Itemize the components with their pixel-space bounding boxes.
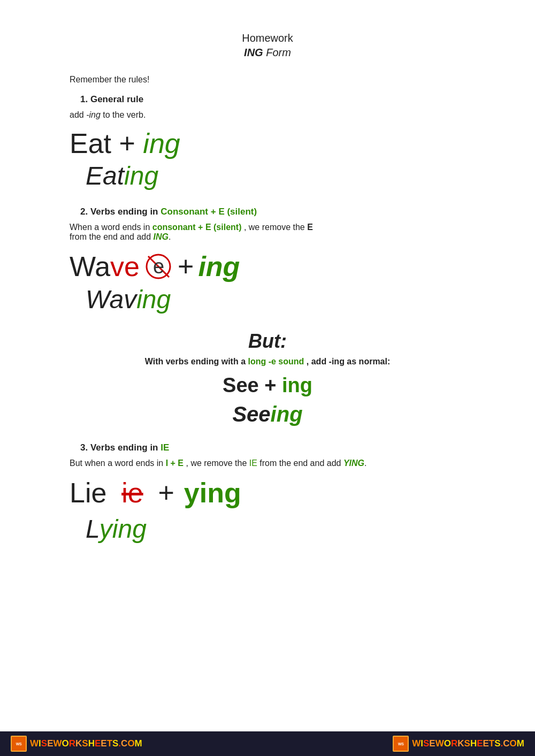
rule-3-dot: . (364, 459, 366, 468)
rule-1-desc-em: -ing (86, 110, 101, 119)
footer-brand-2: WS WISEWORKSHEETS.COM (393, 736, 524, 752)
lying-pre: L (86, 515, 100, 543)
footer-logo-text-2: WS (398, 742, 403, 746)
ft2-c: C (503, 738, 509, 749)
rule-2-desc-end: from the end and add (70, 232, 151, 241)
rule-1-label: General rule (90, 94, 143, 104)
ft1-o: O (62, 738, 69, 749)
ft1-k: K (75, 738, 82, 749)
footer: WS WISEWORKSHEETS.COM WS WISEWORKSHEETS.… (0, 731, 535, 756)
rule-2-result-pre: Wav (86, 285, 136, 314)
rule-1-desc-post: to the verb. (101, 110, 146, 119)
rule-2-label: Verbs ending in (90, 207, 158, 217)
but-title: But: (70, 330, 465, 353)
ft2-e: E (429, 738, 435, 749)
rule-2-desc-E: E (307, 223, 313, 232)
rule-1-result-pre: Eat (86, 162, 124, 190)
rule-1-verb: Eat (70, 128, 111, 159)
rule-3-ie2: IE (249, 459, 257, 468)
ft2-h: H (470, 738, 477, 749)
see-verb: See (223, 374, 259, 396)
see-example: See + ing (70, 374, 465, 397)
rule-2-result-ing: ing (136, 285, 171, 314)
footer-logo-1: WS (11, 736, 27, 752)
rule-2-number: 2. (80, 207, 88, 217)
rule-3-ying: YING (343, 459, 364, 468)
rule-3-number: 3. (80, 442, 88, 453)
ft2-o2: O (510, 738, 517, 749)
rule-1-section: 1. General rule add -ing to the verb. Ea… (70, 94, 465, 190)
rule-2-desc-ING: ING (154, 232, 169, 241)
footer-logo-2: WS (393, 736, 409, 752)
ft1-e: E (47, 738, 53, 749)
rule-2-title: 2. Verbs ending in Consonant + E (silent… (80, 207, 465, 217)
rule-1-number: 1. (80, 94, 88, 104)
rule-2-result: Waving (86, 285, 465, 314)
ft2-e3: E (483, 738, 489, 749)
rule-3-result: Lying (86, 514, 465, 544)
page-subtitle: ING Form (70, 47, 465, 59)
wave-plus: + (178, 250, 194, 282)
ft1-s2: S (82, 738, 88, 749)
but-desc-post: , add -ing as normal: (307, 357, 390, 366)
lie-ie-crossed: ie (116, 477, 148, 509)
seeing-pre: See (232, 402, 270, 426)
remember-text: Remember the rules! (70, 75, 465, 85)
page: Homework ING Form Remember the rules! 1.… (27, 0, 508, 602)
rule-2-example: Wave e + ing (70, 250, 465, 282)
ft1-h: H (88, 738, 95, 749)
ft2-s3: S (494, 738, 500, 749)
rule-2-colored: Consonant + E (silent) (160, 207, 257, 217)
rule-1-result-ing: ing (124, 162, 158, 190)
seeing-ing: ing (271, 402, 303, 426)
ft2-o: O (444, 738, 451, 749)
subtitle-italic: ING (244, 47, 263, 58)
ft1-m: M (135, 738, 142, 749)
ft2-s: S (423, 738, 429, 749)
but-desc: With verbs ending with a long -e sound ,… (70, 357, 465, 366)
ft1-r: R (69, 738, 75, 749)
wave-line: Wave e + ing (70, 250, 465, 282)
ft1-c: C (121, 738, 127, 749)
rule-2-desc: When a word ends in consonant + E (silen… (70, 223, 465, 242)
lie-ying: ying (184, 477, 241, 509)
ft2-w: W (412, 738, 421, 749)
subtitle-normal: Form (263, 47, 291, 58)
footer-logo-text-1: WS (16, 742, 21, 746)
rule-3-ie-colored: I + E (166, 459, 184, 468)
wave-ve: ve (110, 251, 140, 282)
page-title: Homework (70, 32, 465, 44)
lie-line: Lie ie + ying (70, 477, 465, 509)
ft1-s3: S (112, 738, 118, 749)
ft2-r: R (451, 738, 457, 749)
rule-2-desc-pre: When a word ends in (70, 223, 150, 232)
ft1-e2: E (95, 738, 101, 749)
rule-1-example: Eat + ing (70, 128, 465, 159)
ft2-m: M (517, 738, 524, 749)
ft2-s2: S (464, 738, 470, 749)
rule-3-label: Verbs ending in (90, 442, 158, 453)
lying-ying: ying (100, 515, 147, 543)
ft1-w: W (30, 738, 39, 749)
lie-example: Lie ie + ying (70, 477, 465, 509)
rule-3-desc-end: from the end and add (259, 459, 341, 468)
ft1-w2: W (53, 738, 62, 749)
but-desc-pre: With verbs ending with a (145, 357, 246, 366)
rule-2-desc-post: , we remove the (244, 223, 305, 232)
rule-1-result: Eating (86, 161, 465, 190)
rule-2-section: 2. Verbs ending in Consonant + E (silent… (70, 207, 465, 314)
rule-3-title: 3. Verbs ending in IE (80, 442, 465, 453)
footer-brand-text-2: WISEWORKSHEETS.COM (412, 738, 524, 749)
ft1-s: S (41, 738, 47, 749)
rule-3-section: 3. Verbs ending in IE But when a word en… (70, 442, 465, 544)
lie-verb: Lie (70, 477, 106, 509)
rule-1-desc: add -ing to the verb. (70, 110, 465, 120)
seeing-result: Seeing (70, 402, 465, 426)
rule-3-desc: But when a word ends in I + E , we remov… (70, 459, 465, 468)
but-section: But: With verbs ending with a long -e so… (70, 330, 465, 426)
wave-e-letter: e (153, 255, 164, 278)
ft1-o2: O (127, 738, 134, 749)
lie-ie-text: ie (121, 477, 143, 509)
wave-ing: ing (198, 250, 240, 282)
see-plus: + (264, 374, 282, 396)
